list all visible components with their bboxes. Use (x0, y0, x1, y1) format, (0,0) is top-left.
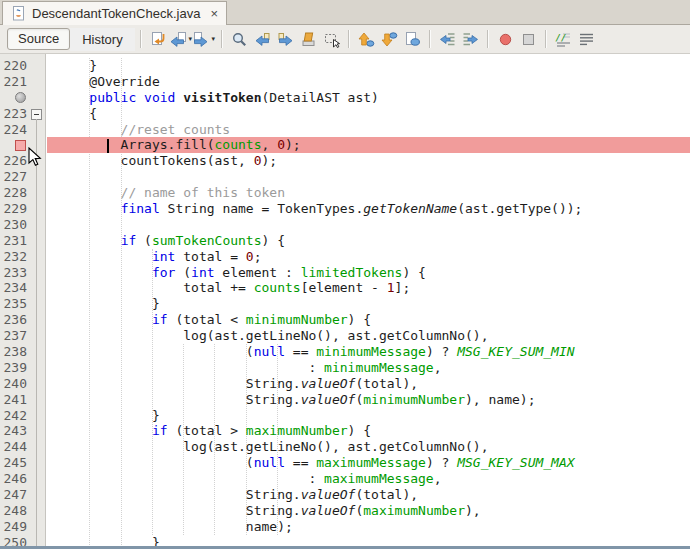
code-token: maximumNumber (363, 503, 465, 518)
gutter-line-232[interactable]: 232 (0, 249, 45, 265)
gutter-line-235[interactable]: 235 (0, 296, 45, 312)
code-token: valueOf (301, 503, 356, 518)
gutter-line-233[interactable]: 233 (0, 265, 45, 281)
code-token: , (262, 137, 278, 152)
gutter-line-242[interactable]: 242 (0, 408, 45, 424)
next-bookmark-icon (381, 31, 398, 48)
gutter-line-228[interactable]: 228 (0, 185, 45, 201)
code-token (58, 233, 121, 248)
code-token: , (434, 360, 442, 375)
code-line-226: countTokens(ast, 0); (47, 153, 690, 169)
gutter-line-239[interactable]: 239 (0, 360, 45, 376)
tab-title: DescendantTokenCheck.java (32, 6, 200, 21)
toolbar-group (355, 29, 424, 50)
forward-button[interactable]: ▾ (194, 29, 215, 50)
code-token: minimumNumber (363, 392, 465, 407)
toggle-highlight-button[interactable] (298, 29, 319, 50)
code-token: element : (215, 265, 301, 280)
gutter-line-245[interactable]: 245 (0, 455, 45, 471)
shift-line-right-button[interactable] (460, 29, 481, 50)
breakpoint-highlighted-code-line-225: Arrays.fill(counts, 0); (47, 137, 690, 153)
code-line-232: int total = 0; (47, 249, 690, 265)
code-token (58, 90, 89, 105)
forward-dropdown-icon[interactable]: ▾ (211, 35, 215, 43)
code-token: maximumMessage (316, 455, 426, 470)
tab-descendanttokencheck-java[interactable]: DescendantTokenCheck.java × (2, 1, 227, 25)
code-line-230 (47, 217, 690, 233)
gutter-line-243[interactable]: 243 (0, 423, 45, 439)
gutter-line-249[interactable]: 249 (0, 519, 45, 535)
last-edit-location-button[interactable] (148, 29, 169, 50)
stop-macro-recording-button[interactable] (518, 29, 539, 50)
toolbar-separator (545, 30, 547, 48)
glyph-gutter[interactable]: 2202212232242262272282292302312322332342… (0, 54, 46, 549)
gutter-line-248[interactable]: 248 (0, 503, 45, 519)
editor-toolbar: Source History ▾▾// (0, 25, 690, 54)
gutter-line-229[interactable]: 229 (0, 201, 45, 217)
code-line-241: String.valueOf(minimumNumber), name); (47, 392, 690, 408)
gutter-line-238[interactable]: 238 (0, 344, 45, 360)
code-token: String. (58, 487, 301, 502)
code-line-221: @Override (47, 74, 690, 90)
gutter-line-244[interactable]: 244 (0, 439, 45, 455)
gutter-line-241[interactable]: 241 (0, 392, 45, 408)
history-view-button[interactable]: History (70, 28, 134, 51)
gutter-line-236[interactable]: 236 (0, 312, 45, 328)
gutter-line-246[interactable]: 246 (0, 471, 45, 487)
code-line-235: } (47, 296, 690, 312)
code-token: ); (285, 137, 301, 152)
find-selection-icon (231, 31, 248, 48)
code-line-249: name); (47, 519, 690, 535)
toggle-bookmark-button[interactable] (402, 29, 423, 50)
gutter-line-220[interactable]: 220 (0, 58, 45, 74)
gutter-line-240[interactable]: 240 (0, 376, 45, 392)
find-previous-button[interactable] (252, 29, 273, 50)
code-token: } (58, 408, 160, 423)
code-token: String name = TokenTypes. (160, 201, 364, 216)
back-dropdown-icon[interactable]: ▾ (188, 35, 192, 43)
comment-button[interactable]: // (553, 29, 574, 50)
code-token (58, 265, 152, 280)
gutter-line-230[interactable]: 230 (0, 217, 45, 233)
find-next-button[interactable] (275, 29, 296, 50)
gutter-line-221[interactable]: 221 (0, 74, 45, 90)
rectangular-selection-button[interactable] (321, 29, 342, 50)
shift-line-right-icon (462, 31, 479, 48)
code-token: valueOf (301, 392, 356, 407)
code-token: visitToken (183, 90, 261, 105)
gutter-line-224[interactable]: 224 (0, 122, 45, 138)
override-annotation-icon[interactable] (15, 92, 26, 103)
code-token: final (121, 201, 160, 216)
code-token: == (285, 455, 316, 470)
code-line-237: log(ast.getLineNo(), ast.getColumnNo(), (47, 328, 690, 344)
gutter-line-247[interactable]: 247 (0, 487, 45, 503)
code-line-236: if (total < minimumNumber) { (47, 312, 690, 328)
previous-bookmark-button[interactable] (356, 29, 377, 50)
next-bookmark-button[interactable] (379, 29, 400, 50)
uncomment-button[interactable] (576, 29, 597, 50)
code-token: limitedTokens (301, 265, 403, 280)
code-token: counts (215, 137, 262, 152)
code-editor: 2202212232242262272282292302312322332342… (0, 54, 690, 549)
back-button[interactable]: ▾ (171, 29, 192, 50)
gutter-line-234[interactable]: 234 (0, 280, 45, 296)
breakpoint-icon[interactable] (15, 140, 26, 151)
toolbar-group (228, 29, 343, 50)
code-token: (total), (355, 487, 418, 502)
gutter-line-237[interactable]: 237 (0, 328, 45, 344)
find-selection-button[interactable] (229, 29, 250, 50)
tab-close-icon[interactable]: × (210, 7, 218, 20)
gutter-line-222[interactable] (0, 90, 45, 106)
start-macro-recording-button[interactable] (495, 29, 516, 50)
code-line-248: String.valueOf(maximumNumber), (47, 503, 690, 519)
code-pane[interactable]: } @Override public void visitToken(Detai… (47, 54, 690, 549)
code-line-239: : minimumMessage, (47, 360, 690, 376)
code-token: getTokenName (363, 201, 457, 216)
toolbar-separator (487, 30, 489, 48)
code-token: Arrays.fill( (58, 137, 215, 152)
code-line-220: } (47, 58, 690, 74)
gutter-line-231[interactable]: 231 (0, 233, 45, 249)
source-view-button[interactable]: Source (7, 28, 70, 50)
code-token: ) { (262, 233, 285, 248)
shift-line-left-button[interactable] (437, 29, 458, 50)
